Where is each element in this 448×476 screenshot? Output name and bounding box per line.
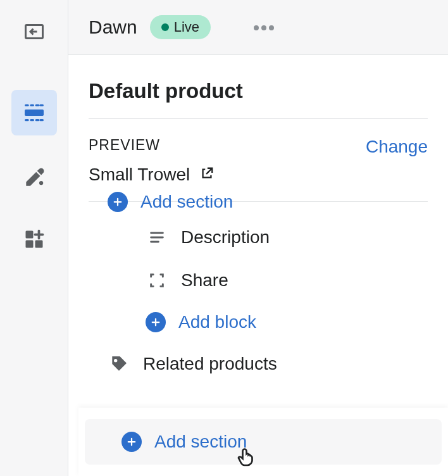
- status-dot-icon: [161, 23, 169, 31]
- tree-item-share[interactable]: Share: [89, 259, 428, 302]
- add-section-partial[interactable]: Add section: [89, 192, 428, 216]
- tree-item-label: Share: [181, 270, 228, 291]
- add-section-label: Add section: [154, 432, 247, 452]
- external-link-icon[interactable]: [200, 165, 214, 185]
- tree-item-related-products[interactable]: Related products: [89, 342, 428, 385]
- sidebar-sections-icon[interactable]: [11, 90, 57, 135]
- svg-rect-13: [35, 241, 42, 248]
- back-button[interactable]: [20, 18, 48, 46]
- add-block-button[interactable]: Add block: [89, 302, 428, 342]
- plus-circle-icon: [121, 432, 142, 452]
- svg-point-20: [114, 359, 117, 362]
- tree-item-description[interactable]: Description: [89, 216, 428, 259]
- tree-item-label: Description: [181, 227, 270, 247]
- tag-icon: [108, 353, 130, 375]
- svg-point-16: [269, 25, 274, 30]
- plus-circle-icon: [146, 312, 166, 332]
- related-products-label: Related products: [143, 354, 277, 374]
- svg-rect-12: [25, 241, 33, 248]
- svg-rect-11: [25, 231, 33, 239]
- svg-point-10: [39, 181, 42, 185]
- sidebar-theme-icon[interactable]: [11, 153, 57, 199]
- page-title: Default product: [89, 79, 428, 103]
- status-label: Live: [174, 19, 199, 35]
- sidebar-apps-icon[interactable]: [11, 216, 57, 262]
- divider: [89, 118, 428, 119]
- plus-circle-icon: [108, 192, 128, 212]
- svg-rect-1: [25, 110, 44, 116]
- add-section-button[interactable]: Add section: [85, 419, 442, 465]
- theme-name: Dawn: [89, 16, 137, 38]
- add-section-partial-label: Add section: [140, 192, 233, 212]
- share-icon: [146, 269, 168, 292]
- preview-product-name: Small Trowel: [89, 165, 190, 185]
- add-block-label: Add block: [178, 312, 256, 332]
- svg-point-14: [254, 25, 259, 30]
- svg-point-15: [261, 25, 266, 30]
- status-badge: Live: [150, 15, 211, 39]
- change-link[interactable]: Change: [366, 137, 428, 157]
- more-button[interactable]: [249, 16, 279, 38]
- preview-label: PREVIEW: [89, 137, 160, 154]
- description-icon: [146, 226, 168, 249]
